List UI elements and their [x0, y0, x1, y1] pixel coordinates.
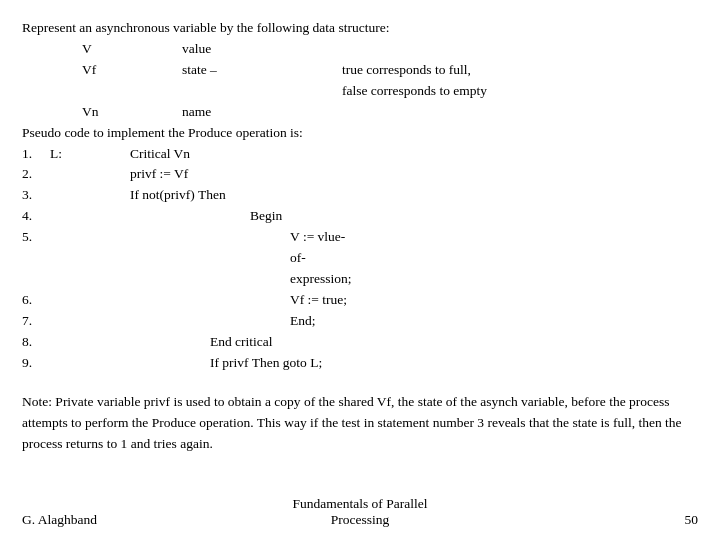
struct-vf-false-empty: [182, 81, 342, 102]
code-code-1: Critical Vn: [130, 144, 352, 165]
code-row-5: 5. V := vlue-of-expression;: [22, 227, 352, 290]
code-code-5: V := vlue-of-expression;: [130, 227, 352, 290]
struct-v-extra: [342, 39, 487, 60]
code-row-7: 7. End;: [22, 311, 352, 332]
code-indent-7: [50, 311, 130, 332]
code-num-3: 3.: [22, 185, 50, 206]
code-code-4: Begin: [130, 206, 352, 227]
struct-table: V value Vf state – true corresponds to f…: [22, 39, 487, 123]
code-num-7: 7.: [22, 311, 50, 332]
intro-text: Represent an asynchronous variable by th…: [22, 20, 389, 35]
code-code-7: End;: [130, 311, 352, 332]
struct-v-value: value: [182, 39, 342, 60]
struct-vn-indent: [22, 102, 82, 123]
struct-vf-indent: [22, 60, 82, 81]
note-text: Note: Private variable privf is used to …: [22, 394, 682, 451]
struct-vf-false-label: [82, 81, 182, 102]
footer: G. Alaghband Fundamentals of Parallel Pr…: [0, 496, 720, 528]
struct-v-label: V: [82, 39, 182, 60]
pseudo-intro-text: Pseudo code to implement the Produce ope…: [22, 125, 303, 140]
content-block: Represent an asynchronous variable by th…: [22, 18, 698, 454]
intro-line: Represent an asynchronous variable by th…: [22, 18, 698, 39]
code-indent-1: L:: [50, 144, 130, 165]
struct-vf-true: true corresponds to full,: [342, 60, 487, 81]
struct-vf-false-indent: [22, 81, 82, 102]
footer-author: G. Alaghband: [22, 512, 97, 527]
code-row-4: 4. Begin: [22, 206, 352, 227]
code-row-2: 2. privf := Vf: [22, 164, 352, 185]
struct-vf-label: Vf: [82, 60, 182, 81]
struct-vn-label: Vn: [82, 102, 182, 123]
code-indent-5: [50, 227, 130, 290]
code-code-9: If privf Then goto L;: [130, 353, 352, 374]
code-num-6: 6.: [22, 290, 50, 311]
code-indent-4: [50, 206, 130, 227]
code-num-1: 1.: [22, 144, 50, 165]
footer-title-line2: Processing: [331, 512, 390, 527]
code-num-5: 5.: [22, 227, 50, 290]
struct-vf-false: false corresponds to empty: [342, 81, 487, 102]
struct-v-indent: [22, 39, 82, 60]
pseudo-intro: Pseudo code to implement the Produce ope…: [22, 123, 698, 144]
code-num-8: 8.: [22, 332, 50, 353]
code-row-3: 3. If not(privf) Then: [22, 185, 352, 206]
struct-row-v: V value: [22, 39, 487, 60]
code-code-6: Vf := true;: [130, 290, 352, 311]
footer-right: 50: [473, 512, 698, 528]
footer-left: G. Alaghband: [22, 512, 247, 528]
main-content: Represent an asynchronous variable by th…: [0, 0, 720, 464]
footer-center: Fundamentals of Parallel Processing: [247, 496, 472, 528]
footer-title-line1: Fundamentals of Parallel: [293, 496, 428, 511]
code-num-9: 9.: [22, 353, 50, 374]
code-row-8: 8. End critical: [22, 332, 352, 353]
code-indent-2: [50, 164, 130, 185]
code-table: 1. L: Critical Vn 2. privf := Vf 3. If n…: [22, 144, 352, 374]
code-indent-3: [50, 185, 130, 206]
note-block: Note: Private variable privf is used to …: [22, 392, 698, 455]
code-row-6: 6. Vf := true;: [22, 290, 352, 311]
code-indent-9: [50, 353, 130, 374]
code-num-4: 4.: [22, 206, 50, 227]
footer-page-number: 50: [684, 512, 698, 527]
code-code-2: privf := Vf: [130, 164, 352, 185]
code-code-3: If not(privf) Then: [130, 185, 352, 206]
code-row-9: 9. If privf Then goto L;: [22, 353, 352, 374]
code-num-2: 2.: [22, 164, 50, 185]
code-code-8: End critical: [130, 332, 352, 353]
code-indent-8: [50, 332, 130, 353]
code-indent-6: [50, 290, 130, 311]
struct-vf-state: state –: [182, 60, 342, 81]
code-row-1: 1. L: Critical Vn: [22, 144, 352, 165]
struct-vn-value: name: [182, 102, 342, 123]
struct-row-vf-false: false corresponds to empty: [22, 81, 487, 102]
struct-row-vn: Vn name: [22, 102, 487, 123]
struct-row-vf: Vf state – true corresponds to full,: [22, 60, 487, 81]
